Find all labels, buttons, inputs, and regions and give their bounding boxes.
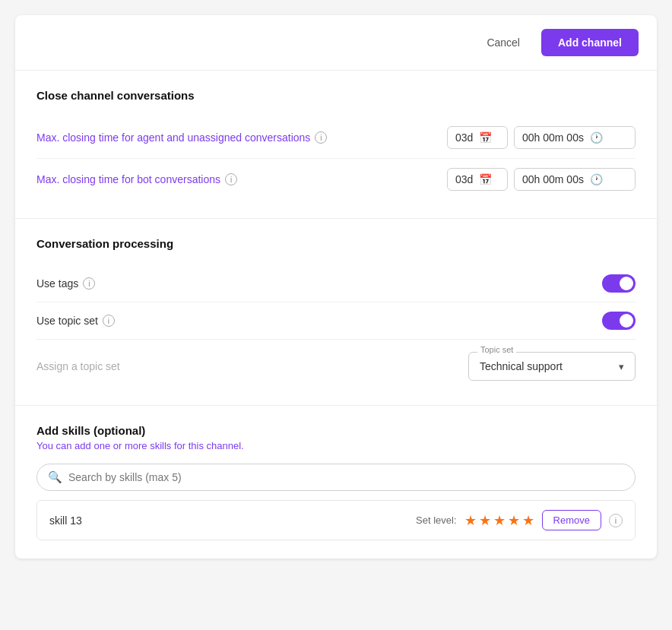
- star-2[interactable]: ★: [479, 512, 491, 529]
- use-tags-label: Use tags i: [36, 277, 95, 290]
- skills-search-box[interactable]: 🔍: [36, 464, 636, 491]
- agent-calendar-icon: 📅: [479, 131, 492, 144]
- search-input[interactable]: [68, 471, 624, 483]
- agent-unassigned-label: Max. closing time for agent and unassign…: [36, 131, 327, 144]
- bot-info-icon[interactable]: i: [225, 173, 237, 185]
- bot-calendar-icon: 📅: [479, 173, 492, 185]
- skill-row: skill 13 Set level: ★ ★ ★ ★ ★ Remove i: [36, 500, 636, 540]
- bot-time-input[interactable]: 00h 00m 00s 🕐: [514, 168, 636, 191]
- use-topic-set-toggle[interactable]: [602, 312, 636, 330]
- skill-info-icon[interactable]: i: [609, 514, 623, 527]
- skills-title: Add skills (optional): [36, 424, 636, 437]
- agent-days-input[interactable]: 03d 📅: [447, 126, 508, 149]
- use-tags-toggle-thumb: [620, 277, 633, 290]
- main-card: Cancel Add channel Close channel convers…: [15, 15, 657, 559]
- close-channel-title: Close channel conversations: [36, 89, 636, 102]
- skill-right: Set level: ★ ★ ★ ★ ★ Remove i: [416, 510, 623, 530]
- bot-time-inputs: 03d 📅 00h 00m 00s 🕐: [447, 168, 636, 191]
- cancel-button[interactable]: Cancel: [474, 30, 532, 55]
- assign-topic-row: Assign a topic set Topic set Technical s…: [36, 340, 636, 387]
- agent-time-input[interactable]: 00h 00m 00s 🕐: [514, 126, 636, 149]
- use-topic-set-row: Use topic set i: [36, 302, 636, 340]
- skills-subtitle: You can add one or more skills for this …: [36, 440, 636, 451]
- header-row: Cancel Add channel: [15, 15, 657, 71]
- set-level-label: Set level:: [416, 514, 456, 526]
- agent-unassigned-info-icon[interactable]: i: [315, 131, 327, 144]
- stars-container[interactable]: ★ ★ ★ ★ ★: [464, 512, 534, 529]
- star-4[interactable]: ★: [508, 512, 520, 529]
- agent-clock-icon: 🕐: [590, 131, 603, 144]
- bot-label: Max. closing time for bot conversations …: [36, 173, 237, 185]
- close-channel-section: Close channel conversations Max. closing…: [15, 71, 657, 219]
- skill-name: skill 13: [49, 514, 82, 527]
- agent-unassigned-time-inputs: 03d 📅 00h 00m 00s 🕐: [447, 126, 636, 149]
- use-tags-row: Use tags i: [36, 265, 636, 302]
- topic-select-wrap: Topic set Technical support ▾: [468, 352, 636, 381]
- topic-select-dropdown[interactable]: Technical support ▾: [468, 352, 636, 381]
- use-tags-toggle-track[interactable]: [602, 274, 636, 293]
- bot-clock-icon: 🕐: [590, 173, 603, 185]
- processing-title: Conversation processing: [36, 237, 636, 250]
- skills-section: Add skills (optional) You can add one or…: [15, 406, 657, 559]
- use-topic-set-toggle-thumb: [620, 314, 633, 328]
- use-tags-toggle[interactable]: [602, 274, 636, 293]
- topic-set-field-label: Topic set: [477, 345, 516, 354]
- use-topic-set-label: Use topic set i: [36, 315, 115, 327]
- bot-row: Max. closing time for bot conversations …: [36, 159, 636, 200]
- processing-section: Conversation processing Use tags i Use t…: [15, 219, 657, 406]
- star-1[interactable]: ★: [464, 512, 477, 529]
- agent-unassigned-row: Max. closing time for agent and unassign…: [36, 117, 636, 159]
- use-tags-info-icon[interactable]: i: [83, 277, 95, 290]
- chevron-down-icon: ▾: [619, 361, 624, 372]
- bot-days-input[interactable]: 03d 📅: [447, 168, 508, 191]
- use-topic-set-info-icon[interactable]: i: [103, 315, 115, 327]
- assign-topic-label: Assign a topic set: [36, 360, 120, 372]
- topic-select-value: Technical support: [480, 360, 563, 372]
- star-3[interactable]: ★: [493, 512, 506, 529]
- use-topic-set-toggle-track[interactable]: [602, 312, 636, 330]
- remove-button[interactable]: Remove: [542, 510, 601, 530]
- add-channel-button[interactable]: Add channel: [541, 29, 639, 56]
- search-icon: 🔍: [48, 470, 62, 484]
- star-5[interactable]: ★: [522, 512, 534, 529]
